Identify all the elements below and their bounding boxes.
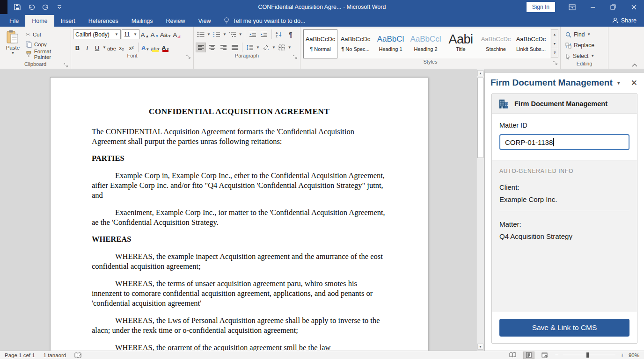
tab-view[interactable]: View [192, 15, 218, 27]
text-effects-button[interactable]: A▼ [141, 43, 150, 52]
shrink-font-button[interactable]: A▼ [150, 29, 159, 39]
scrollbar-thumb[interactable] [477, 78, 483, 158]
zoom-level[interactable]: 90% [629, 352, 639, 358]
line-spacing-button[interactable] [245, 43, 255, 52]
bullets-caret-icon[interactable]: ▼ [207, 33, 211, 36]
proofing-icon[interactable] [74, 352, 81, 358]
show-paragraph-marks-button[interactable]: ¶ [285, 29, 296, 39]
tab-file[interactable]: File [3, 15, 25, 27]
subscript-button[interactable]: x₂ [117, 43, 126, 52]
numbering-caret-icon[interactable]: ▼ [223, 33, 227, 36]
matter-id-input[interactable]: CORP-01-1138 [499, 134, 629, 150]
zoom-out-button[interactable]: − [555, 352, 559, 359]
font-name-combo[interactable]: Callbri (Body)▼ [73, 29, 121, 39]
scrollbar-up-icon[interactable]: ▲ [477, 70, 483, 76]
zoom-slider[interactable] [563, 355, 615, 355]
align-left-button[interactable] [196, 43, 206, 52]
customize-qat-icon[interactable] [55, 2, 64, 12]
styles-scroll-up-icon[interactable]: ▲ [551, 30, 558, 39]
undo-icon[interactable] [27, 2, 36, 12]
font-dialog-launcher-icon[interactable] [186, 55, 190, 59]
align-right-button[interactable] [218, 43, 228, 52]
superscript-button[interactable]: x² [127, 43, 136, 52]
sort-button[interactable]: AZ [274, 29, 285, 39]
style-heading-1[interactable]: AaBbCl Heading 1 [373, 29, 408, 58]
style-stachine[interactable]: AaBbCcDc Stachine [479, 29, 513, 58]
save-icon[interactable] [13, 2, 22, 12]
tab-mailings[interactable]: Mailings [125, 15, 160, 27]
justify-button[interactable] [229, 43, 240, 52]
replace-button[interactable]: Replace [565, 41, 606, 50]
print-layout-icon[interactable] [523, 352, 534, 359]
zoom-in-button[interactable]: + [620, 352, 624, 359]
borders-button[interactable] [277, 43, 287, 52]
highlight-button[interactable]: ab▼ [151, 43, 160, 52]
restore-button[interactable] [603, 0, 623, 14]
tab-references[interactable]: References [82, 15, 125, 27]
grow-font-button[interactable]: A▲ [140, 29, 149, 39]
increase-indent-button[interactable] [259, 29, 269, 39]
format-painter-button[interactable]: Format Painter [26, 50, 69, 58]
tell-me-box[interactable]: Tell me you vwant to to do... [217, 15, 312, 27]
find-button[interactable]: Find ▼ [565, 30, 606, 39]
collapse-ribbon-icon[interactable] [632, 64, 637, 67]
style-normal[interactable]: AaBbCcDc ¶ Normal [303, 29, 337, 58]
tab-review[interactable]: Review [160, 15, 192, 27]
task-pane-card: Firm Document Management Matter ID CORP-… [491, 93, 637, 344]
styles-more-icon[interactable]: ⊽ [551, 48, 558, 57]
style-linkit-subs[interactable]: AaBbCcDc Linkit Subs... [514, 29, 548, 58]
bullets-button[interactable] [196, 29, 206, 39]
save-link-cms-button[interactable]: Save & Link to CMS [499, 319, 629, 337]
share-label: Share [621, 17, 637, 24]
tab-insert[interactable]: Insert [54, 15, 82, 27]
tab-home[interactable]: Home [25, 15, 54, 27]
font-color-button[interactable]: A▼ [161, 43, 170, 52]
task-pane-menu-caret-icon[interactable]: ▼ [616, 80, 621, 86]
copy-button[interactable]: Copy [26, 40, 69, 48]
strikethrough-button[interactable]: abe [107, 43, 116, 52]
page-indicator[interactable]: Page 1 cef 1 [5, 352, 35, 358]
clear-formatting-button[interactable]: A◢ [172, 29, 181, 39]
ribbon-display-options-icon[interactable] [562, 0, 582, 14]
line-spacing-caret-icon[interactable]: ▼ [256, 46, 260, 50]
cut-button[interactable]: ✂ Cut [26, 30, 69, 38]
sign-in-button[interactable]: Sign In [527, 2, 555, 12]
style-heading-2[interactable]: AaBbCcl Heading 2 [409, 29, 443, 58]
change-case-button[interactable]: Aa▼ [160, 29, 171, 39]
style-no-spacing[interactable]: AaBbCcDc ¶ No Spec... [338, 29, 373, 58]
underline-caret-icon[interactable]: ▼ [102, 46, 106, 50]
style-title[interactable]: Aabi Title [444, 29, 478, 58]
scrollbar-down-icon[interactable]: ▼ [477, 344, 483, 350]
clipboard-dialog-launcher-icon[interactable] [64, 63, 68, 67]
format-painter-label: Format Painter [34, 49, 69, 60]
select-button[interactable]: Select ▼ [565, 52, 606, 60]
borders-caret-icon[interactable]: ▼ [288, 46, 292, 50]
minimize-button[interactable] [582, 0, 603, 14]
styles-scroll-down-icon[interactable]: ▼ [551, 39, 558, 49]
shading-caret-icon[interactable]: ▼ [272, 46, 276, 50]
paste-button[interactable]: Paste ▼ [2, 29, 24, 61]
word-count[interactable]: 1 tanaord [44, 352, 66, 358]
decrease-indent-button[interactable] [248, 29, 258, 39]
zoom-slider-thumb[interactable] [586, 352, 589, 358]
multilevel-list-button[interactable] [227, 29, 238, 39]
redo-icon[interactable] [41, 2, 50, 12]
shading-button[interactable] [261, 43, 271, 52]
styles-dialog-launcher-icon[interactable] [553, 61, 557, 65]
italic-button[interactable]: I [83, 43, 92, 52]
multilevel-caret-icon[interactable]: ▼ [239, 33, 242, 36]
web-layout-icon[interactable] [539, 352, 550, 359]
align-center-button[interactable] [207, 43, 217, 52]
close-button[interactable] [623, 0, 644, 14]
read-mode-icon[interactable] [507, 352, 519, 359]
font-size-combo[interactable]: 11▼ [122, 29, 139, 39]
document-page[interactable]: CONFIDENTIAL ACQUISITION AGREEMENT The C… [50, 77, 428, 351]
numbering-button[interactable] [212, 29, 222, 39]
bold-button[interactable]: B [73, 43, 82, 52]
paragraph-dialog-launcher-icon[interactable] [293, 55, 297, 59]
share-button[interactable]: Share [605, 14, 644, 27]
document-scrollbar[interactable]: ▲ ▼ [476, 69, 484, 351]
underline-button[interactable]: U [93, 43, 102, 52]
group-styles: AaBbCcDc ¶ Normal AaBbCcDc ¶ No Spec... … [300, 27, 561, 69]
task-pane-close-icon[interactable]: ✕ [631, 79, 637, 87]
